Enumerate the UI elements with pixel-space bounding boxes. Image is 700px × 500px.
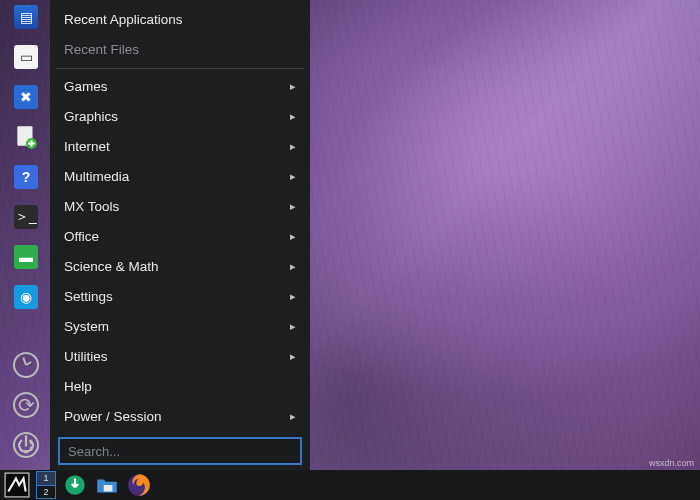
help-icon[interactable]: ? [11, 162, 41, 192]
category-games[interactable]: Games▸ [58, 71, 302, 101]
recent-applications[interactable]: Recent Applications [58, 4, 302, 34]
menu-item-label: Graphics [64, 109, 118, 124]
workspace-1[interactable]: 1 [37, 472, 55, 486]
category-office[interactable]: Office▸ [58, 221, 302, 251]
watermark: wsxdn.com [649, 458, 694, 468]
file-manager-icon[interactable]: ▬ [11, 242, 41, 272]
category-internet[interactable]: Internet▸ [58, 131, 302, 161]
firefox-icon[interactable] [126, 472, 152, 498]
category-system[interactable]: System▸ [58, 311, 302, 341]
menu-help[interactable]: Help [58, 371, 302, 401]
search-input[interactable] [58, 437, 302, 465]
chevron-right-icon: ▸ [290, 290, 296, 303]
document-icon[interactable]: ▭ [11, 42, 41, 72]
menu-item-label: Multimedia [64, 169, 129, 184]
add-file-icon[interactable] [11, 122, 41, 152]
workspace-pager[interactable]: 1 2 [36, 471, 56, 499]
menu-item-label: Recent Files [64, 42, 139, 57]
updater-icon[interactable] [62, 472, 88, 498]
power-icon[interactable] [11, 430, 41, 460]
menu-separator [56, 68, 304, 69]
bottom-items: Help Power / Session▸ [50, 371, 310, 431]
recent-files: Recent Files [58, 34, 302, 64]
chevron-right-icon: ▸ [290, 200, 296, 213]
clock-icon[interactable] [11, 350, 41, 380]
terminal-icon[interactable]: ＞_ [11, 202, 41, 232]
files-icon[interactable] [94, 472, 120, 498]
menu-item-label: Help [64, 379, 92, 394]
window-list-icon[interactable]: ▤ [11, 2, 41, 32]
application-menu: Recent Applications Recent Files Games▸ … [50, 0, 310, 470]
chevron-right-icon: ▸ [290, 350, 296, 363]
category-list: Games▸ Graphics▸ Internet▸ Multimedia▸ M… [50, 71, 310, 371]
menu-item-label: Power / Session [64, 409, 162, 424]
category-utilities[interactable]: Utilities▸ [58, 341, 302, 371]
menu-item-label: Office [64, 229, 99, 244]
category-settings[interactable]: Settings▸ [58, 281, 302, 311]
workspace-2[interactable]: 2 [37, 486, 55, 499]
category-science-math[interactable]: Science & Math▸ [58, 251, 302, 281]
sync-icon[interactable] [11, 390, 41, 420]
chevron-right-icon: ▸ [290, 110, 296, 123]
taskbar: 1 2 [0, 470, 700, 500]
menu-item-label: Games [64, 79, 108, 94]
menu-item-label: Recent Applications [64, 12, 183, 27]
mx-menu-icon[interactable] [4, 472, 30, 498]
menu-item-label: Science & Math [64, 259, 159, 274]
category-mx-tools[interactable]: MX Tools▸ [58, 191, 302, 221]
desktop-launcher-column: ▤ ▭ ✖ ? ＞_ ▬ ◉ [8, 2, 44, 460]
chevron-right-icon: ▸ [290, 140, 296, 153]
menu-power-session[interactable]: Power / Session▸ [58, 401, 302, 431]
category-multimedia[interactable]: Multimedia▸ [58, 161, 302, 191]
chevron-right-icon: ▸ [290, 260, 296, 273]
tools-icon[interactable]: ✖ [11, 82, 41, 112]
menu-item-label: Internet [64, 139, 110, 154]
svg-rect-4 [104, 485, 113, 492]
chevron-right-icon: ▸ [290, 170, 296, 183]
menu-item-label: Utilities [64, 349, 108, 364]
category-graphics[interactable]: Graphics▸ [58, 101, 302, 131]
menu-item-label: Settings [64, 289, 113, 304]
chevron-right-icon: ▸ [290, 230, 296, 243]
menu-item-label: System [64, 319, 109, 334]
chevron-right-icon: ▸ [290, 320, 296, 333]
search-wrap [50, 431, 310, 473]
chevron-right-icon: ▸ [290, 410, 296, 423]
menu-item-label: MX Tools [64, 199, 119, 214]
display-settings-icon[interactable]: ◉ [11, 282, 41, 312]
chevron-right-icon: ▸ [290, 80, 296, 93]
